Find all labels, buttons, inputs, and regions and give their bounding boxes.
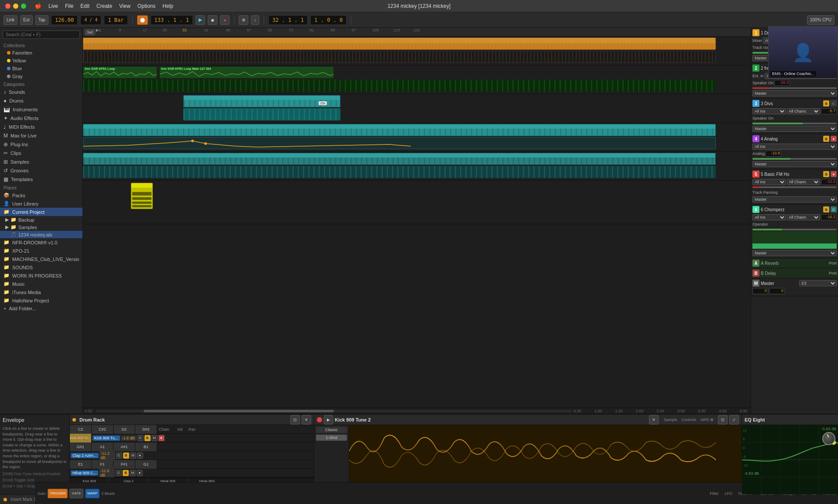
sidebar-item-blue[interactable]: Blue	[0, 65, 82, 72]
pad-g1s[interactable]: G#1	[70, 442, 92, 451]
sidebar-item-instruments[interactable]: 🎹 Instruments	[0, 105, 82, 114]
master-rate[interactable]: 1/2	[799, 280, 837, 286]
pad-kick[interactable]: Kick 909 Tu...	[70, 434, 92, 442]
sidebar-item-hallo[interactable]: 📁HalloNew Project	[0, 296, 82, 305]
track-content-1[interactable]	[83, 37, 751, 65]
pad-g1[interactable]: G1	[135, 460, 157, 469]
record-button[interactable]: ●	[220, 15, 230, 25]
eq-display[interactable]: 12 6 0 -6 -12 -5.83 dB -5.83 dB	[742, 425, 838, 494]
track-6-s[interactable]: S	[823, 206, 829, 213]
drum-rack-expand[interactable]: ⊡	[290, 415, 300, 425]
clip-2-1[interactable]: free SOR KFR1 Loop	[83, 66, 157, 79]
chain-hihat-r[interactable]: ●	[137, 470, 143, 476]
pad-d2s[interactable]: D#2	[135, 425, 157, 434]
sidebar-item-grooves[interactable]: ↺ Grooves	[0, 166, 82, 175]
track-6-input[interactable]: All Ins	[752, 214, 786, 220]
sidebar-item-current-project[interactable]: 📁 Current Project	[0, 208, 82, 216]
sidebar-item-work-in-progress[interactable]: 📁WORK IN PROGRESS	[0, 271, 82, 280]
sidebar-item-xpo[interactable]: 📁XPO-21	[0, 247, 82, 255]
chain-clap-s[interactable]: S	[123, 453, 129, 459]
track-5-c[interactable]: ●	[831, 171, 837, 177]
loop-button[interactable]: 1 Bar	[104, 15, 127, 25]
sidebar-item-add-folder[interactable]: +Add Folder...	[0, 305, 82, 312]
set-button[interactable]: Set	[85, 29, 95, 35]
sidebar-item-music[interactable]: 📁Music	[0, 280, 82, 288]
track-3-master[interactable]: Master	[752, 126, 837, 132]
eq-gain-knob[interactable]	[822, 432, 835, 445]
chain-kick-c[interactable]: C	[137, 435, 144, 441]
pad-c2[interactable]: C2	[70, 425, 92, 434]
position3-display[interactable]: 1 . 0 . 0	[310, 15, 347, 25]
sidebar-item-sounds-folder[interactable]: 📁SOUNDS	[0, 263, 82, 271]
sidebar-item-drums[interactable]: ● Drums	[0, 96, 82, 105]
stop-button[interactable]: ■	[208, 15, 217, 25]
track-3-c[interactable]: C	[831, 100, 837, 106]
clip-fullscreen-btn[interactable]: ⤢	[729, 415, 739, 425]
chain-clap-c[interactable]: C	[116, 453, 122, 459]
track-5-ch[interactable]: All Chann.	[787, 179, 821, 185]
sidebar-item-machines[interactable]: 📁MACHINES_Club_LIVE_Versio	[0, 255, 82, 263]
pad-b1[interactable]: B1	[135, 442, 157, 451]
menu-view[interactable]: View	[119, 3, 131, 9]
menu-options[interactable]: Options	[137, 3, 155, 9]
sidebar-tree-backup[interactable]: ▶📁Backup	[0, 216, 82, 223]
sidebar-item-packs[interactable]: 📦 Packs	[0, 191, 82, 199]
clip-close-btn[interactable]: ✕	[649, 415, 659, 425]
time-scrollbar[interactable]: 0:00 0:30 1:00 1:30 2:00 2:30 3:00 3:30 …	[83, 408, 751, 414]
minimize-button[interactable]	[13, 3, 18, 9]
track-content-6[interactable]	[83, 181, 751, 224]
chain-hihat-m[interactable]: M	[130, 470, 136, 476]
track-3-fader[interactable]	[752, 123, 837, 124]
sidebar-item-yellow[interactable]: Yellow	[0, 57, 82, 65]
sidebar-item-nfr[interactable]: 📁NFR-DROOMI® v1.0	[0, 238, 82, 247]
sidebar-item-plugins[interactable]: ⊕ Plug-Ins	[0, 140, 82, 149]
sidebar-item-user-library[interactable]: 👤 User Library	[0, 199, 82, 208]
overdub-button[interactable]: ⊕	[239, 15, 248, 25]
chain-hihat-c[interactable]: C	[116, 470, 122, 476]
menu-file[interactable]: File	[65, 3, 73, 9]
classic-mode[interactable]: Classic	[316, 427, 347, 433]
track-4-fader[interactable]	[752, 158, 837, 160]
clip-4-main[interactable]	[83, 124, 716, 136]
chain-hihat-s[interactable]: S	[123, 470, 129, 476]
tap-button[interactable]: Tap	[35, 15, 48, 25]
track-5-fader[interactable]	[752, 186, 837, 188]
search-input[interactable]	[3, 31, 80, 39]
track-4-input[interactable]: All Ins	[752, 144, 837, 150]
pad-d2[interactable]: D2	[113, 425, 135, 434]
track-5-master[interactable]: Master	[752, 196, 837, 202]
menu-edit[interactable]: Edit	[80, 3, 89, 9]
pad-a1s[interactable]: A#1	[113, 442, 135, 451]
ext-button[interactable]: Ext	[20, 15, 32, 25]
chain-kick-s[interactable]: S	[144, 435, 151, 441]
sidebar-item-audio-effects[interactable]: ✦ Audio Effects	[0, 114, 82, 123]
chain-clap-r[interactable]: ●	[137, 453, 143, 459]
position2-display[interactable]: 32 . 1 . 1	[268, 15, 308, 25]
sidebar-item-templates[interactable]: ▦ Templates	[0, 175, 82, 184]
track-5-input[interactable]: All Ins	[752, 179, 786, 185]
track-2-fader[interactable]	[752, 87, 837, 89]
track-content-2[interactable]: free SOR KFR1 Loop free SOR KFR1 Loop Ma…	[83, 65, 751, 94]
track-2-master[interactable]: Master	[752, 90, 837, 96]
arrangement-position[interactable]: 133 . 1 . 1	[151, 15, 193, 25]
controls-tab[interactable]: Controls	[681, 418, 696, 422]
mpe-tab[interactable]: MPE ✿	[701, 418, 714, 422]
sidebar-item-max-for-live[interactable]: M Max for Live	[0, 131, 82, 140]
track-5-s[interactable]: S	[823, 171, 829, 177]
pad-a1[interactable]: A1	[92, 442, 113, 451]
pad-f1[interactable]: F1	[92, 460, 113, 469]
sidebar-item-samples[interactable]: ⊞ Samples	[0, 158, 82, 166]
track-3-s[interactable]: S	[823, 100, 829, 106]
clip-5-main[interactable]	[83, 153, 716, 165]
sidebar-item-midi-effects[interactable]: ♩ MIDI Effects	[0, 123, 82, 131]
track-6-ch[interactable]: All Chann.	[787, 214, 821, 220]
track-content-4[interactable]	[83, 123, 751, 151]
track-4-s[interactable]: S	[823, 136, 829, 142]
track-6-c[interactable]: C	[831, 206, 837, 213]
chain-kick-m[interactable]: M	[151, 435, 158, 441]
chain-clap-m[interactable]: M	[130, 453, 136, 459]
clip-play-btn[interactable]: ▶	[324, 415, 333, 425]
pad-f1s[interactable]: F#1	[113, 460, 135, 469]
track-6-fader[interactable]	[752, 229, 837, 230]
time-sig-display[interactable]: 4 / 4	[80, 15, 101, 25]
